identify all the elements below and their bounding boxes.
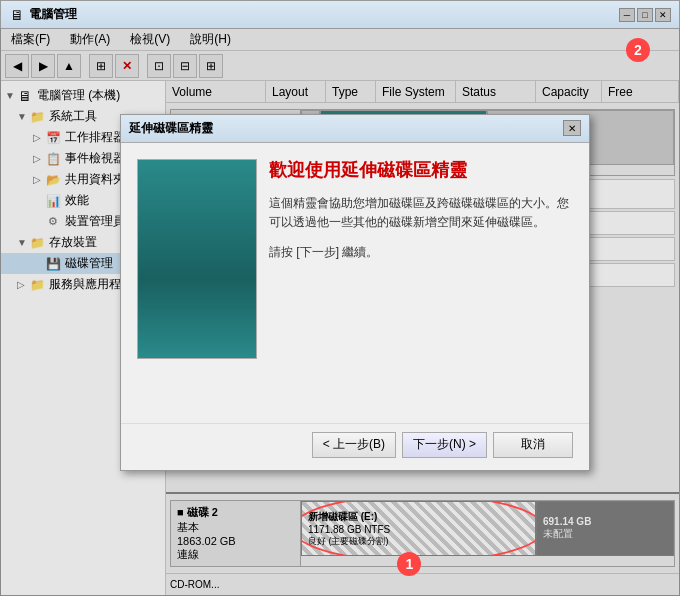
dialog-titlebar: 延伸磁碟區精靈 ✕: [121, 115, 589, 143]
dialog-right-content: 歡迎使用延伸磁碟區精靈 這個精靈會協助您增加磁碟區及跨磁碟磁碟區的大小。您可以透…: [269, 159, 573, 407]
next-button[interactable]: 下一步(N) >: [402, 432, 487, 458]
title-bar: 🖥 電腦管理 ─ □ ✕: [1, 1, 679, 29]
maximize-btn[interactable]: □: [637, 8, 653, 22]
dialog-welcome-title: 歡迎使用延伸磁碟區精靈: [269, 159, 573, 182]
title-controls: ─ □ ✕: [619, 8, 671, 22]
dialog-overlay: 延伸磁碟區精靈 ✕ 歡迎使用延伸磁碟區精靈 這個精靈會協助您增加磁碟區及跨磁碟磁…: [0, 28, 680, 596]
dialog-title: 延伸磁碟區精靈: [129, 120, 563, 137]
annotation-2: 2: [626, 38, 650, 62]
close-btn[interactable]: ✕: [655, 8, 671, 22]
dialog-footer: < 上一步(B) 下一步(N) > 取消: [121, 423, 589, 470]
app-icon: 🖥: [9, 7, 25, 23]
dialog-left-graphic: [137, 159, 257, 359]
extend-wizard-dialog: 延伸磁碟區精靈 ✕ 歡迎使用延伸磁碟區精靈 這個精靈會協助您增加磁碟區及跨磁碟磁…: [120, 114, 590, 471]
main-window: 🖥 電腦管理 ─ □ ✕ 檔案(F) 動作(A) 檢視(V) 說明(H) ◀ ▶…: [0, 0, 680, 596]
dialog-body: 歡迎使用延伸磁碟區精靈 這個精靈會協助您增加磁碟區及跨磁碟磁碟區的大小。您可以透…: [121, 143, 589, 423]
dialog-description: 這個精靈會協助您增加磁碟區及跨磁碟磁碟區的大小。您可以透過他一些其他的磁碟新增空…: [269, 194, 573, 232]
window-title: 電腦管理: [29, 6, 77, 23]
back-button[interactable]: < 上一步(B): [312, 432, 396, 458]
dialog-close-btn[interactable]: ✕: [563, 120, 581, 136]
cancel-button[interactable]: 取消: [493, 432, 573, 458]
minimize-btn[interactable]: ─: [619, 8, 635, 22]
dialog-instruction: 請按 [下一步] 繼續。: [269, 244, 573, 261]
